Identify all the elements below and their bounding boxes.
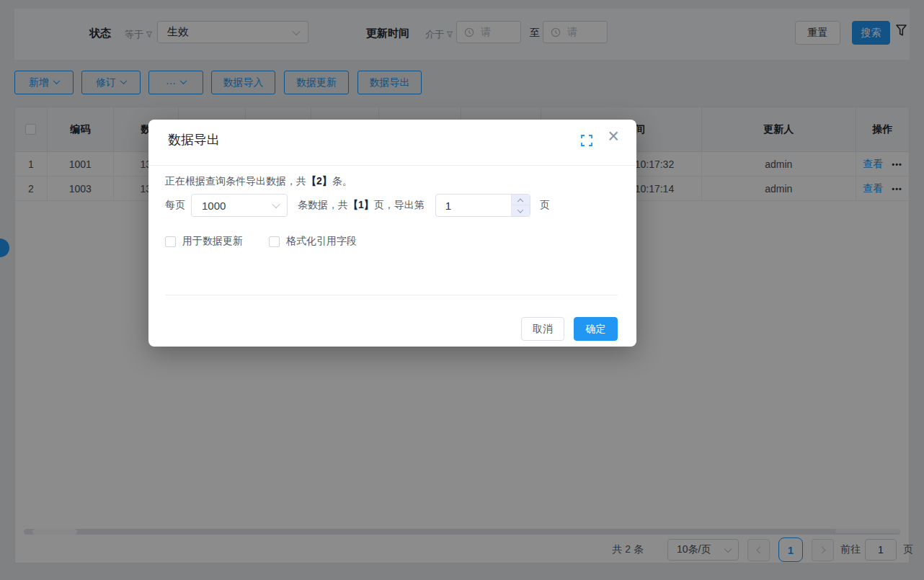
dialog-header-divider xyxy=(148,165,636,166)
export-page-value: 1 xyxy=(445,200,451,212)
format-reference-label: 格式化引用字段 xyxy=(286,235,357,248)
for-data-update-label: 用于数据更新 xyxy=(182,235,243,248)
export-info-text: 正在根据查询条件导出数据，共【2】条。 xyxy=(165,175,352,188)
fullscreen-icon[interactable] xyxy=(581,135,592,146)
page-unit-label: 页 xyxy=(540,199,550,212)
export-count: 【2】 xyxy=(306,175,332,187)
confirm-button[interactable]: 确定 xyxy=(574,317,618,341)
dialog-footer-divider xyxy=(165,295,618,295)
chevron-up-icon xyxy=(517,199,523,205)
format-reference-option[interactable]: 格式化引用字段 xyxy=(269,235,357,248)
for-data-update-option[interactable]: 用于数据更新 xyxy=(165,235,243,248)
data-export-dialog: 数据导出 × 正在根据查询条件导出数据，共【2】条。 每页 1000 条数据，共… xyxy=(148,120,636,347)
close-icon[interactable]: × xyxy=(608,125,619,148)
chevron-down-icon xyxy=(272,200,280,208)
export-settings-row: 每页 1000 条数据，共【1】页，导出第 1 页 xyxy=(165,194,550,217)
export-page-input[interactable]: 1 xyxy=(435,194,530,217)
format-reference-checkbox[interactable] xyxy=(269,236,280,247)
for-data-update-checkbox[interactable] xyxy=(165,236,176,247)
number-spinner xyxy=(511,195,530,216)
per-page-label: 每页 xyxy=(165,199,185,212)
dialog-title: 数据导出 xyxy=(168,131,220,148)
spinner-down-button[interactable] xyxy=(512,205,530,216)
chevron-down-icon xyxy=(517,207,523,213)
cancel-button[interactable]: 取消 xyxy=(521,317,564,341)
total-pages: 【1】 xyxy=(348,199,374,210)
per-page-value: 1000 xyxy=(202,200,226,212)
page-count-text: 条数据，共【1】页，导出第 xyxy=(298,199,425,212)
export-options: 用于数据更新 格式化引用字段 xyxy=(165,235,357,248)
per-page-select[interactable]: 1000 xyxy=(191,194,288,217)
spinner-up-button[interactable] xyxy=(512,195,530,205)
